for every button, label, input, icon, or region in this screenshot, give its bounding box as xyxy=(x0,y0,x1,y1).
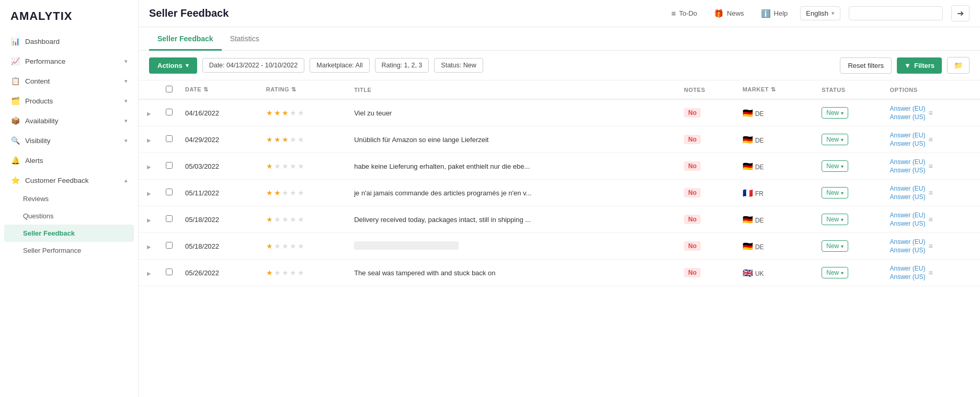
status-badge[interactable]: New ▾ xyxy=(822,214,848,225)
filter-label: Filters xyxy=(914,62,935,69)
answer-us-link[interactable]: Answer (US) xyxy=(890,167,926,174)
row-notes: No xyxy=(678,233,736,260)
row-expand[interactable]: ▶ xyxy=(139,126,159,153)
status-badge[interactable]: New ▾ xyxy=(822,267,848,278)
sidebar-item-seller-performance[interactable]: Seller Performance xyxy=(0,242,138,259)
options-menu-icon[interactable]: ≡ xyxy=(929,268,933,277)
market-col-header[interactable]: MARKET ⇅ xyxy=(736,80,815,99)
sidebar-item-label: Customer Feedback xyxy=(25,177,89,184)
answer-eu-link[interactable]: Answer (EU) xyxy=(890,238,926,246)
chevron-down-icon: ▾ xyxy=(841,270,844,276)
star-empty: ★ xyxy=(274,162,281,170)
answer-eu-link[interactable]: Answer (EU) xyxy=(890,212,926,219)
row-market: 🇩🇪DE xyxy=(736,233,815,260)
sidebar-item-performance[interactable]: 📈 Performance ▾ xyxy=(0,51,138,71)
row-expand[interactable]: ▶ xyxy=(139,99,159,126)
options-menu-icon[interactable]: ≡ xyxy=(929,215,933,224)
date-col-header[interactable]: DATE ⇅ xyxy=(179,80,260,99)
row-checkbox[interactable] xyxy=(166,242,173,249)
actions-button[interactable]: Actions ▾ xyxy=(149,57,197,74)
row-title: je n'ai jamais commande des articles pro… xyxy=(348,180,678,206)
select-all-checkbox[interactable] xyxy=(166,86,173,92)
news-nav-item[interactable]: 🎁 News xyxy=(710,7,748,20)
reset-filters-button[interactable]: Reset filters xyxy=(840,57,892,74)
status-badge[interactable]: New ▾ xyxy=(822,187,848,198)
sidebar-item-dashboard[interactable]: 📊 Dashboard xyxy=(0,31,138,51)
filter-rating[interactable]: Rating: 1, 2, 3 xyxy=(375,58,429,73)
sidebar-item-availability[interactable]: 📦 Availability ▾ xyxy=(0,111,138,131)
expand-icon[interactable]: ▶ xyxy=(145,163,153,171)
language-selector[interactable]: English ▾ xyxy=(800,6,840,20)
options-menu-icon[interactable]: ≡ xyxy=(929,189,933,197)
filters-button[interactable]: ▼ Filters xyxy=(897,57,942,74)
row-checkbox[interactable] xyxy=(166,109,173,115)
answer-us-link[interactable]: Answer (US) xyxy=(890,247,926,254)
answer-us-link[interactable]: Answer (US) xyxy=(890,220,926,227)
tab-statistics[interactable]: Statistics xyxy=(222,27,268,51)
rating-col-header[interactable]: RATING ⇅ xyxy=(260,80,348,99)
market-flag: 🇩🇪 xyxy=(743,215,753,224)
filter-status[interactable]: Status: New xyxy=(434,58,483,73)
market-flag: 🇩🇪 xyxy=(743,135,753,144)
expand-icon[interactable]: ▶ xyxy=(145,136,153,144)
row-checkbox[interactable] xyxy=(166,268,173,275)
filter-date[interactable]: Date: 04/13/2022 - 10/10/2022 xyxy=(202,58,305,73)
row-status: New ▾ xyxy=(815,180,883,206)
row-options: Answer (EU) Answer (US) ≡ xyxy=(884,206,980,233)
row-title: The seal was tampered with and stuck bac… xyxy=(348,260,678,286)
expand-icon[interactable]: ▶ xyxy=(145,190,153,197)
answer-us-link[interactable]: Answer (US) xyxy=(890,113,926,121)
answer-eu-link[interactable]: Answer (EU) xyxy=(890,265,926,272)
row-expand[interactable]: ▶ xyxy=(139,206,159,233)
answer-us-link[interactable]: Answer (US) xyxy=(890,193,926,201)
expand-icon[interactable]: ▶ xyxy=(145,110,153,118)
star-empty: ★ xyxy=(282,189,289,197)
sidebar-item-seller-feedback[interactable]: Seller Feedback xyxy=(4,225,134,242)
sidebar-item-questions[interactable]: Questions xyxy=(0,207,138,225)
expand-icon[interactable]: ▶ xyxy=(145,216,153,224)
sidebar-item-customer-feedback[interactable]: ⭐ Customer Feedback ▴ xyxy=(0,170,138,190)
sidebar-item-alerts[interactable]: 🔔 Alerts xyxy=(0,150,138,170)
options-menu-icon[interactable]: ≡ xyxy=(929,242,933,250)
answer-eu-link[interactable]: Answer (EU) xyxy=(890,185,926,192)
star-empty: ★ xyxy=(298,162,304,170)
status-badge[interactable]: New ▾ xyxy=(822,134,848,145)
folder-button[interactable]: 📁 xyxy=(947,57,970,74)
filter-marketplace[interactable]: Marketplace: All xyxy=(310,58,369,73)
chevron-down-icon: ▾ xyxy=(124,137,128,144)
options-menu-icon[interactable]: ≡ xyxy=(929,135,933,144)
row-expand[interactable]: ▶ xyxy=(139,233,159,260)
answer-us-link[interactable]: Answer (US) xyxy=(890,273,926,281)
sidebar-nav: 📊 Dashboard 📈 Performance ▾ 📋 Content ▾ … xyxy=(0,31,138,397)
sidebar-item-visibility[interactable]: 🔍 Visibility ▾ xyxy=(0,131,138,150)
export-button[interactable]: ➜ xyxy=(951,5,970,21)
help-nav-item[interactable]: ℹ️ Help xyxy=(757,7,792,20)
answer-eu-link[interactable]: Answer (EU) xyxy=(890,158,926,166)
row-options: Answer (EU) Answer (US) ≡ xyxy=(884,126,980,153)
options-menu-icon[interactable]: ≡ xyxy=(929,162,933,170)
row-checkbox-cell xyxy=(159,206,179,233)
row-expand[interactable]: ▶ xyxy=(139,153,159,180)
row-expand[interactable]: ▶ xyxy=(139,260,159,286)
row-checkbox[interactable] xyxy=(166,162,173,169)
sidebar-item-reviews[interactable]: Reviews xyxy=(0,190,138,207)
answer-us-link[interactable]: Answer (US) xyxy=(890,140,926,147)
sidebar-item-content[interactable]: 📋 Content ▾ xyxy=(0,71,138,91)
tab-seller-feedback[interactable]: Seller Feedback xyxy=(149,27,222,51)
sidebar-item-products[interactable]: 🗂️ Products ▾ xyxy=(0,91,138,111)
expand-icon[interactable]: ▶ xyxy=(145,243,153,251)
row-expand[interactable]: ▶ xyxy=(139,180,159,206)
answer-eu-link[interactable]: Answer (EU) xyxy=(890,132,926,139)
chevron-down-icon: ▾ xyxy=(841,243,844,249)
row-checkbox[interactable] xyxy=(166,135,173,142)
answer-eu-link[interactable]: Answer (EU) xyxy=(890,105,926,112)
status-badge[interactable]: New ▾ xyxy=(822,160,848,172)
expand-icon[interactable]: ▶ xyxy=(145,270,153,277)
row-checkbox[interactable] xyxy=(166,189,173,195)
todo-nav-item[interactable]: ≡ To-Do xyxy=(667,7,701,20)
options-menu-icon[interactable]: ≡ xyxy=(929,109,933,117)
search-input[interactable] xyxy=(849,6,943,20)
status-badge[interactable]: New ▾ xyxy=(822,240,848,252)
status-badge[interactable]: New ▾ xyxy=(822,107,848,119)
row-checkbox[interactable] xyxy=(166,215,173,222)
